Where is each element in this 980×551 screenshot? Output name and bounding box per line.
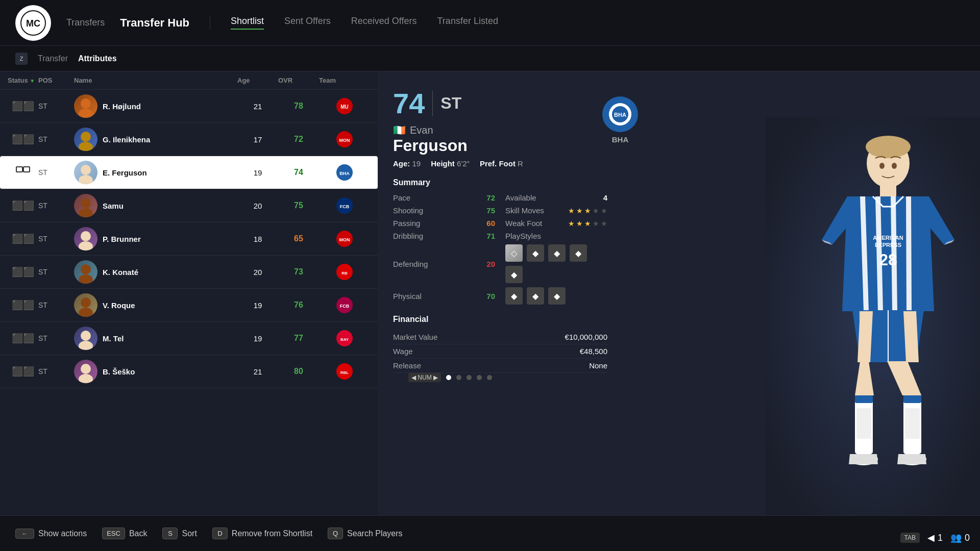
divider xyxy=(432,91,433,116)
player-age: 17 xyxy=(237,135,278,144)
player-name: Samu xyxy=(103,202,124,210)
svg-point-2 xyxy=(81,98,91,109)
svg-point-12 xyxy=(81,165,91,175)
svg-rect-56 xyxy=(856,408,871,439)
player-row[interactable]: ⬛⬛ ST B. Šeško 21 80 RBL xyxy=(0,355,378,388)
stat-label: Available xyxy=(505,193,536,202)
player-overall-rating: 74 xyxy=(393,87,425,120)
stat-available: Available 4 xyxy=(505,193,607,202)
financial-row-wage: Wage €48,500 xyxy=(393,344,607,359)
carousel-prev[interactable]: ◀ NUM ▶ xyxy=(408,373,441,382)
toolbar-item-remove-shortlist: D Remove from Shortlist xyxy=(212,528,312,539)
search-players-label: Search Players xyxy=(347,529,403,538)
stat-value: 72 xyxy=(486,193,495,202)
player-row[interactable]: ⬛⬛ ST K. Konaté 20 73 RB xyxy=(0,256,378,289)
star: ★ xyxy=(576,219,583,228)
player-info: Samu xyxy=(74,194,237,217)
player-full-name: 🇮🇪 Evan Ferguson xyxy=(393,124,607,155)
stat-value: 4 xyxy=(603,193,607,202)
player-row[interactable]: ⬛⬛ ST Samu 20 75 FCB xyxy=(0,189,378,222)
team-badge: FCB xyxy=(319,197,370,214)
carousel-dot[interactable] xyxy=(487,375,492,380)
financial-section-title: Financial xyxy=(393,315,607,324)
stat-defending: Defending 20 xyxy=(393,244,495,283)
club-info: BHA BHA xyxy=(602,96,638,144)
player-ovr: 72 xyxy=(278,135,319,144)
player-avatar xyxy=(74,194,97,217)
logo: MC xyxy=(15,5,51,41)
star: ★ xyxy=(568,207,575,215)
release-label: Release xyxy=(393,361,421,370)
carousel-dot[interactable] xyxy=(456,375,461,380)
team-badge: MON xyxy=(319,230,370,247)
tab-received-offers[interactable]: Received Offers xyxy=(351,16,417,30)
stat-label: Defending xyxy=(393,260,428,268)
stat-label: Shooting xyxy=(393,206,423,215)
carousel-dot[interactable] xyxy=(477,375,482,380)
player-age: 19 xyxy=(237,334,278,343)
col-status[interactable]: Status ▼ xyxy=(8,77,38,84)
star-empty: ★ xyxy=(601,207,607,215)
player-info: E. Ferguson xyxy=(74,161,237,184)
svg-point-60 xyxy=(879,163,885,169)
stat-physical: Physical 70 xyxy=(393,287,495,305)
star: ★ xyxy=(568,219,575,228)
playstyle-icon: ◆ xyxy=(527,244,544,262)
carousel-dot[interactable] xyxy=(467,375,472,380)
sub-tab-transfer[interactable]: Transfer xyxy=(38,54,68,63)
pos-label: ST xyxy=(38,367,74,375)
team-badge: MU xyxy=(319,97,370,115)
svg-text:MC: MC xyxy=(26,18,40,29)
svg-text:MU: MU xyxy=(340,104,349,110)
tab-key-item: TAB xyxy=(900,533,920,543)
star: ★ xyxy=(576,207,583,215)
playstyle-icon: ◆ xyxy=(527,287,544,305)
player-ovr: 65 xyxy=(278,234,319,243)
stat-label: Pace xyxy=(393,193,410,202)
player-avatar xyxy=(74,293,97,317)
player-last-name: Ferguson xyxy=(393,136,607,155)
playstyle-icon: ◆ xyxy=(548,287,566,305)
svg-point-7 xyxy=(79,142,93,151)
player-age: 21 xyxy=(237,367,278,376)
player-avatar xyxy=(74,360,97,383)
star: ★ xyxy=(584,207,591,215)
star-empty: ★ xyxy=(593,219,599,228)
playstyle-icon: ◆ xyxy=(505,287,523,305)
carousel-dot[interactable] xyxy=(446,375,451,380)
sub-navigation: Z Transfer Attributes xyxy=(0,46,980,71)
transfers-link[interactable]: Transfers xyxy=(66,17,105,28)
scout-icon: ⬛⬛ xyxy=(8,200,38,211)
svg-point-36 xyxy=(81,364,91,374)
player-row[interactable]: ⬛⬛ ST V. Roque 19 76 FCB xyxy=(0,289,378,322)
svg-rect-10 xyxy=(16,167,22,172)
show-actions-label: Show actions xyxy=(38,529,87,538)
scout-icon: ⬛⬛ xyxy=(8,233,38,244)
svg-text:EXPRESS: EXPRESS xyxy=(875,242,901,248)
player-row[interactable]: ⬛⬛ ST R. Højlund 21 78 MU xyxy=(0,90,378,123)
stat-label: Skill Moves xyxy=(505,206,544,215)
nav-count-1: 1 xyxy=(938,533,943,543)
key-tab: TAB xyxy=(900,533,920,543)
svg-point-21 xyxy=(79,241,93,251)
player-row[interactable]: ⬛⬛ ST M. Tel 19 77 BAY xyxy=(0,322,378,355)
star: ★ xyxy=(584,219,591,228)
sub-tab-attributes[interactable]: Attributes xyxy=(78,54,117,63)
pos-label: ST xyxy=(38,202,74,210)
svg-rect-11 xyxy=(23,167,30,172)
team-badge: BAY xyxy=(319,330,370,347)
tab-transfer-listed[interactable]: Transfer Listed xyxy=(437,16,498,30)
player-name: K. Konaté xyxy=(103,268,138,277)
svg-text:BHA: BHA xyxy=(614,112,626,118)
player-age: 18 xyxy=(237,235,278,243)
player-row[interactable]: ⬛⬛ ST P. Brunner 18 65 MON xyxy=(0,222,378,256)
player-ovr: 74 xyxy=(278,168,319,177)
playstyle-icon: ◆ xyxy=(548,244,566,262)
scout-icon: ⬛⬛ xyxy=(8,266,38,278)
tab-shortlist[interactable]: Shortlist xyxy=(231,16,264,30)
player-row-selected[interactable]: ST E. Ferguson 19 74 BHA xyxy=(0,156,378,189)
pos-label: ST xyxy=(38,135,74,143)
nav-tabs: Shortlist Sent Offers Received Offers Tr… xyxy=(231,16,498,30)
tab-sent-offers[interactable]: Sent Offers xyxy=(284,16,331,30)
player-row[interactable]: ⬛⬛ ST G. Ilenikhena 17 72 MON xyxy=(0,123,378,156)
